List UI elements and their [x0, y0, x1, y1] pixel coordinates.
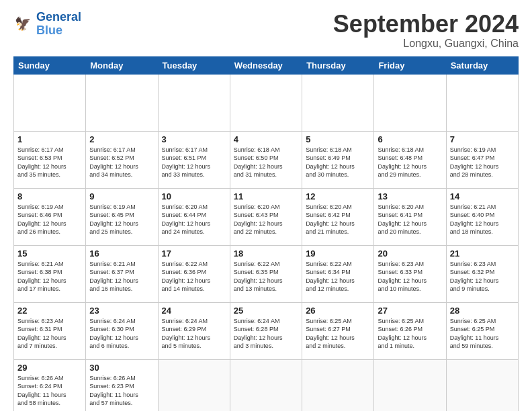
table-row: 8 Sunrise: 6:19 AMSunset: 6:46 PMDayligh…	[14, 188, 86, 245]
table-row: 27 Sunrise: 6:25 AMSunset: 6:26 PMDaylig…	[374, 302, 446, 359]
table-row: 10 Sunrise: 6:20 AMSunset: 6:44 PMDaylig…	[158, 188, 230, 245]
week-row-1	[14, 74, 519, 131]
logo-line2: Blue	[36, 24, 62, 37]
table-row	[158, 359, 230, 411]
col-tuesday: Tuesday	[158, 56, 230, 74]
col-friday: Friday	[374, 56, 446, 74]
table-row: 2 Sunrise: 6:17 AMSunset: 6:52 PMDayligh…	[86, 131, 158, 188]
table-row	[374, 74, 446, 131]
col-monday: Monday	[86, 56, 158, 74]
table-row	[446, 359, 518, 411]
table-row: 5 Sunrise: 6:18 AMSunset: 6:49 PMDayligh…	[302, 131, 374, 188]
week-row-1b: 1 Sunrise: 6:17 AMSunset: 6:53 PMDayligh…	[14, 131, 519, 188]
table-row	[14, 74, 86, 131]
month-title: September 2024	[333, 11, 519, 38]
table-row	[158, 74, 230, 131]
table-row	[302, 74, 374, 131]
table-row: 29 Sunrise: 6:26 AMSunset: 6:24 PMDaylig…	[14, 359, 86, 411]
table-row: 9 Sunrise: 6:19 AMSunset: 6:45 PMDayligh…	[86, 188, 158, 245]
table-row: 18 Sunrise: 6:22 AMSunset: 6:35 PMDaylig…	[230, 245, 302, 302]
table-row: 11 Sunrise: 6:20 AMSunset: 6:43 PMDaylig…	[230, 188, 302, 245]
table-row: 23 Sunrise: 6:24 AMSunset: 6:30 PMDaylig…	[86, 302, 158, 359]
table-row: 24 Sunrise: 6:24 AMSunset: 6:29 PMDaylig…	[158, 302, 230, 359]
week-row-4: 22 Sunrise: 6:23 AMSunset: 6:31 PMDaylig…	[14, 302, 519, 359]
table-row: 25 Sunrise: 6:24 AMSunset: 6:28 PMDaylig…	[230, 302, 302, 359]
logo-line1: General	[36, 10, 81, 24]
table-row: 21 Sunrise: 6:23 AMSunset: 6:32 PMDaylig…	[446, 245, 518, 302]
table-row: 22 Sunrise: 6:23 AMSunset: 6:31 PMDaylig…	[14, 302, 86, 359]
table-row: 14 Sunrise: 6:21 AMSunset: 6:40 PMDaylig…	[446, 188, 518, 245]
table-row: 7 Sunrise: 6:19 AMSunset: 6:47 PMDayligh…	[446, 131, 518, 188]
logo-icon: 🦅	[13, 14, 34, 34]
title-area: September 2024 Longxu, Guangxi, China	[333, 11, 519, 50]
table-row: 30 Sunrise: 6:26 AMSunset: 6:23 PMDaylig…	[86, 359, 158, 411]
table-row	[230, 74, 302, 131]
calendar-header-row: Sunday Monday Tuesday Wednesday Thursday…	[14, 56, 519, 74]
table-row: 16 Sunrise: 6:21 AMSunset: 6:37 PMDaylig…	[86, 245, 158, 302]
logo-text: General Blue	[36, 11, 81, 38]
svg-text:🦅: 🦅	[15, 15, 32, 32]
table-row: 15 Sunrise: 6:21 AMSunset: 6:38 PMDaylig…	[14, 245, 86, 302]
table-row: 17 Sunrise: 6:22 AMSunset: 6:36 PMDaylig…	[158, 245, 230, 302]
week-row-5: 29 Sunrise: 6:26 AMSunset: 6:24 PMDaylig…	[14, 359, 519, 411]
col-saturday: Saturday	[446, 56, 518, 74]
col-wednesday: Wednesday	[230, 56, 302, 74]
table-row: 4 Sunrise: 6:18 AMSunset: 6:50 PMDayligh…	[230, 131, 302, 188]
table-row	[446, 74, 518, 131]
table-row	[374, 359, 446, 411]
table-row: 28 Sunrise: 6:25 AMSunset: 6:25 PMDaylig…	[446, 302, 518, 359]
table-row: 19 Sunrise: 6:22 AMSunset: 6:34 PMDaylig…	[302, 245, 374, 302]
table-row: 3 Sunrise: 6:17 AMSunset: 6:51 PMDayligh…	[158, 131, 230, 188]
table-row: 6 Sunrise: 6:18 AMSunset: 6:48 PMDayligh…	[374, 131, 446, 188]
header-area: 🦅 General Blue September 2024 Longxu, Gu…	[13, 11, 519, 50]
week-row-3: 15 Sunrise: 6:21 AMSunset: 6:38 PMDaylig…	[14, 245, 519, 302]
col-thursday: Thursday	[302, 56, 374, 74]
week-row-2: 8 Sunrise: 6:19 AMSunset: 6:46 PMDayligh…	[14, 188, 519, 245]
table-row: 12 Sunrise: 6:20 AMSunset: 6:42 PMDaylig…	[302, 188, 374, 245]
table-row	[302, 359, 374, 411]
table-row: 20 Sunrise: 6:23 AMSunset: 6:33 PMDaylig…	[374, 245, 446, 302]
page-container: 🦅 General Blue September 2024 Longxu, Gu…	[0, 0, 532, 411]
table-row	[230, 359, 302, 411]
col-sunday: Sunday	[14, 56, 86, 74]
table-row: 26 Sunrise: 6:25 AMSunset: 6:27 PMDaylig…	[302, 302, 374, 359]
location: Longxu, Guangxi, China	[333, 38, 519, 50]
table-row: 13 Sunrise: 6:20 AMSunset: 6:41 PMDaylig…	[374, 188, 446, 245]
logo: 🦅 General Blue	[13, 11, 81, 38]
calendar-table: Sunday Monday Tuesday Wednesday Thursday…	[13, 56, 519, 411]
table-row: 1 Sunrise: 6:17 AMSunset: 6:53 PMDayligh…	[14, 131, 86, 188]
table-row	[86, 74, 158, 131]
